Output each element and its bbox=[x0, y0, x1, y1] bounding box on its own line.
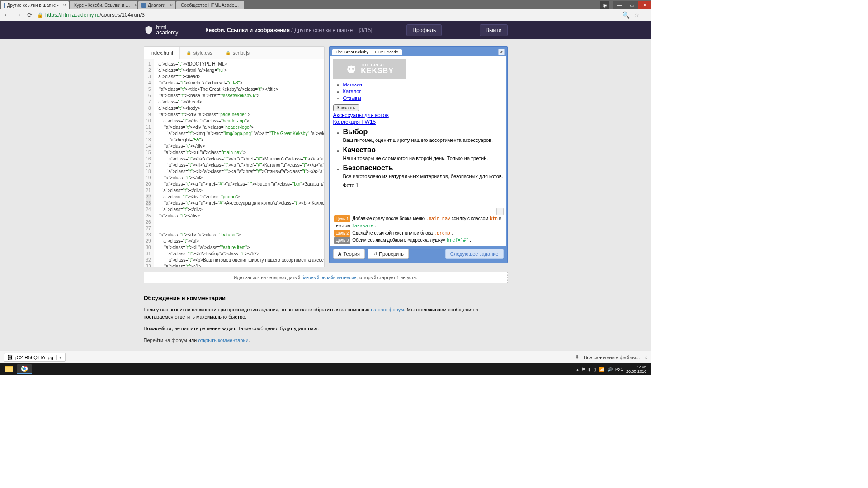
feature-heading: Безопасность bbox=[343, 164, 504, 171]
theory-button[interactable]: AТеория bbox=[333, 249, 365, 259]
comments-section: Обсуждение и комментарии Если у вас возн… bbox=[144, 295, 508, 344]
bookmark-star-icon[interactable]: ☆ bbox=[634, 12, 639, 18]
explorer-app-icon[interactable] bbox=[2, 364, 16, 374]
goals-panel: ↑ Цель 1Добавьте сразу после блока меню … bbox=[330, 212, 506, 246]
forward-button: → bbox=[14, 11, 23, 19]
file-tabs: index.html 🔒style.css 🔒script.js bbox=[144, 47, 324, 59]
profile-button[interactable]: Профиль bbox=[406, 24, 442, 36]
all-downloads-link[interactable]: Все скачанные файлы... bbox=[584, 355, 640, 360]
download-item[interactable]: 🖼 jC2-R56QTfA.jpg ▾ bbox=[4, 353, 66, 362]
url-host: https://htmlacademy.ru bbox=[45, 12, 100, 18]
reload-icon[interactable]: ⟳ bbox=[498, 49, 505, 55]
window-close[interactable]: ✕ bbox=[638, 1, 651, 9]
tray-clock[interactable]: 22:0626.05.2016 bbox=[626, 365, 646, 374]
goal-badge-1: Цель 1 bbox=[334, 215, 351, 222]
promo-link-2[interactable]: Коллекция FW15 bbox=[333, 119, 376, 125]
window-maximize[interactable]: ▭ bbox=[626, 1, 638, 9]
photo-label: Фото 1 bbox=[343, 183, 504, 188]
window-minimize[interactable]: — bbox=[613, 1, 626, 9]
chevron-down-icon[interactable]: ▾ bbox=[56, 355, 61, 360]
svg-rect-4 bbox=[5, 367, 13, 372]
tray-flag-icon[interactable]: ⚑ bbox=[581, 367, 585, 372]
close-icon[interactable]: × bbox=[63, 2, 66, 8]
browser-tab-strip: Другие ссылки в шапке -× Курс «Кексби. С… bbox=[0, 0, 651, 9]
feature-heading: Качество bbox=[343, 146, 504, 153]
close-icon[interactable]: × bbox=[243, 2, 244, 8]
logout-button[interactable]: Выйти bbox=[480, 24, 508, 36]
promo-link-1[interactable]: Аксессуары для котов bbox=[333, 112, 389, 118]
tray-sound-icon[interactable]: 🔊 bbox=[607, 367, 613, 372]
code-area[interactable]: "a">class="t"><!DOCTYPE HTML> "a">class=… bbox=[154, 59, 324, 267]
close-icon[interactable]: × bbox=[645, 355, 647, 360]
check-icon: ☑ bbox=[373, 251, 377, 257]
lock-icon: 🔒 bbox=[186, 51, 191, 55]
feature-text: Все изготовлено из натуральных материало… bbox=[343, 173, 504, 180]
lock-icon: 🔒 bbox=[37, 12, 43, 18]
preview-tab-title: The Great Keksby — HTML Acade bbox=[332, 49, 402, 55]
nav-link-catalog[interactable]: Каталог bbox=[343, 89, 361, 94]
nav-link-reviews[interactable]: Отзывы bbox=[343, 95, 361, 101]
action-bar: AТеория ☑Проверить Следующее задание bbox=[330, 246, 506, 262]
tray-chevron-icon[interactable]: ▴ bbox=[576, 367, 579, 372]
open-comments-link[interactable]: открыть комментарии bbox=[198, 338, 248, 343]
file-tab-index[interactable]: index.html bbox=[144, 47, 180, 59]
goto-forum-link[interactable]: Перейти на форум bbox=[144, 338, 187, 343]
download-icon: ⬇ bbox=[575, 354, 579, 360]
tray-battery-icon[interactable]: ▮ bbox=[588, 367, 591, 372]
preview-nav: Магазин Каталог Отзывы bbox=[343, 81, 504, 102]
goal-badge-2: Цель 2 bbox=[334, 230, 351, 237]
preview-panel: The Great Keksby — HTML Acade ⟳ THE GREA… bbox=[329, 46, 508, 263]
tray-wifi-icon[interactable]: 📶 bbox=[599, 367, 604, 372]
site-logo[interactable]: htmlacademy bbox=[144, 25, 179, 35]
menu-icon[interactable]: ≡ bbox=[643, 11, 648, 19]
preview-viewport[interactable]: THE GREATKEKSBY Магазин Каталог Отзывы З… bbox=[330, 56, 506, 212]
code-editor: index.html 🔒style.css 🔒script.js 1234567… bbox=[144, 46, 325, 267]
close-icon[interactable]: × bbox=[135, 2, 137, 8]
line-numbers: 1234567891011121314151617181920212223242… bbox=[144, 59, 154, 267]
browser-tab-3[interactable]: Диалоги× bbox=[138, 1, 175, 9]
back-button[interactable]: ← bbox=[3, 11, 11, 19]
system-tray: ▴ ⚑ ▮ ▯ 📶 🔊 РУС 22:0626.05.2016 bbox=[576, 365, 649, 374]
check-button[interactable]: ☑Проверить bbox=[368, 249, 409, 259]
order-button[interactable]: Заказать bbox=[333, 104, 359, 111]
feature-heading: Выбор bbox=[343, 128, 504, 135]
nav-link-shop[interactable]: Магазин bbox=[343, 82, 362, 87]
goal-badge-3: Цель 3 bbox=[334, 237, 351, 244]
taskbar: ▴ ⚑ ▮ ▯ 📶 🔊 РУС 22:0626.05.2016 bbox=[0, 363, 651, 375]
browser-tab-2[interactable]: Курс «Кексби. Ссылки и …× bbox=[70, 1, 137, 9]
breadcrumb: Кексби. Ссылки и изображения / Другие сс… bbox=[205, 27, 372, 33]
feature-text: Ваш питомец оценит широту нашего ассорти… bbox=[343, 137, 504, 144]
keksby-logo: THE GREATKEKSBY bbox=[333, 59, 406, 79]
download-bar: 🖼 jC2-R56QTfA.jpg ▾ ⬇ Все скачанные файл… bbox=[0, 351, 651, 363]
next-task-button[interactable]: Следующее задание bbox=[445, 249, 504, 259]
cat-icon bbox=[344, 62, 358, 75]
main-stage: index.html 🔒style.css 🔒script.js 1234567… bbox=[0, 39, 651, 357]
address-bar[interactable]: 🔒 https://htmlacademy.ru/courses/104/run… bbox=[37, 12, 618, 18]
forum-link[interactable]: на наш форум bbox=[371, 307, 404, 312]
lock-icon: 🔒 bbox=[226, 51, 231, 55]
collapse-icon[interactable]: ↑ bbox=[496, 208, 504, 215]
url-path: /courses/104/run/3 bbox=[100, 12, 145, 18]
search-icon[interactable]: 🔍 bbox=[621, 11, 631, 19]
shield-icon bbox=[144, 25, 154, 35]
close-icon[interactable]: × bbox=[170, 2, 173, 8]
browser-tab-1[interactable]: Другие ссылки в шапке -× bbox=[1, 1, 69, 9]
feature-text: Наши товары не сломаются на второй день.… bbox=[343, 155, 504, 162]
chrome-user-icon[interactable]: ◉ bbox=[600, 1, 609, 9]
intensive-link[interactable]: базовый онлайн-интенсив bbox=[302, 275, 356, 280]
tray-lang[interactable]: РУС bbox=[615, 367, 623, 371]
tray-network-icon[interactable]: ▯ bbox=[594, 367, 596, 372]
browser-toolbar: ← → ⟳ 🔒 https://htmlacademy.ru/courses/1… bbox=[0, 9, 651, 21]
comments-title: Обсуждение и комментарии bbox=[144, 295, 508, 301]
file-icon: 🖼 bbox=[8, 355, 13, 360]
file-tab-script[interactable]: 🔒script.js bbox=[219, 47, 256, 59]
browser-tab-4[interactable]: Сообщество HTML Acade…× bbox=[176, 1, 244, 9]
site-header: htmlacademy Кексби. Ссылки и изображения… bbox=[0, 21, 651, 39]
features-list: ВыборВаш питомец оценит широту нашего ас… bbox=[343, 128, 504, 180]
chrome-app-icon[interactable] bbox=[17, 364, 32, 374]
file-tab-style[interactable]: 🔒style.css bbox=[180, 47, 219, 59]
reload-button[interactable]: ⟳ bbox=[26, 11, 33, 19]
promo-banner: Идёт запись на четырнадцатый базовый онл… bbox=[144, 272, 508, 283]
